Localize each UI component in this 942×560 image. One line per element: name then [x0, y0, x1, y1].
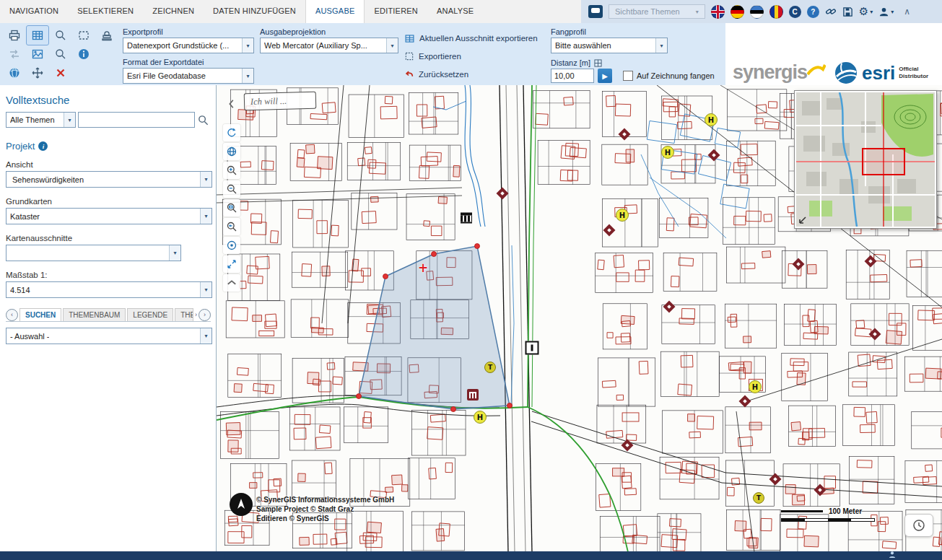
print-button[interactable] [4, 26, 25, 45]
language-flag-romanian-icon[interactable] [769, 5, 783, 19]
info-icon [77, 48, 90, 61]
overview-map[interactable] [794, 90, 937, 229]
esri-globe-icon [834, 61, 858, 85]
full-extent-icon [226, 258, 237, 270]
zoom-window-button[interactable] [223, 199, 240, 216]
overview-expand-button[interactable] [798, 215, 808, 225]
stamp-button[interactable] [96, 26, 118, 45]
export-actions-group: Aktuellen Ausschnitt exportieren Exporti… [404, 23, 549, 92]
export-extent-button[interactable]: Aktuellen Ausschnitt exportieren [404, 30, 549, 46]
language-flag-estonian-icon[interactable] [750, 5, 764, 19]
language-flag-english-icon[interactable] [711, 5, 725, 19]
full-extent-button[interactable] [223, 255, 240, 273]
chat-icon[interactable] [588, 5, 603, 18]
chevron-down-icon: ▾ [242, 69, 253, 83]
link-button[interactable] [825, 6, 837, 17]
kartenausschnitte-select[interactable]: ▾ [6, 245, 181, 261]
map-marker-t[interactable]: T [753, 492, 764, 504]
exportprofil-select[interactable]: Datenexport Grundstücke (... ▾ [123, 38, 254, 53]
menu-tab-zeichnen[interactable]: ZEICHNEN [143, 0, 204, 23]
status-bar [0, 551, 942, 560]
ansicht-select[interactable]: Sehenswürdigkeiten ▾ [6, 171, 212, 188]
close-tool-button[interactable] [50, 64, 71, 82]
save-button[interactable] [842, 6, 853, 17]
pan-button[interactable] [27, 64, 48, 82]
map-canvas[interactable]: HHHTHHT+ [217, 85, 942, 551]
map-marker-h[interactable]: H [474, 411, 487, 424]
map-marker-m[interactable] [461, 213, 472, 224]
ich-will-box[interactable] [244, 92, 317, 111]
map-marker-t[interactable]: T [484, 362, 496, 373]
visible-themes-dropdown[interactable]: Sichtbare Themen ▾ [609, 4, 705, 19]
info-button[interactable] [73, 45, 95, 64]
ich-will-input[interactable] [249, 94, 311, 108]
language-flag-german-icon[interactable] [731, 5, 744, 19]
snap-checkbox-row[interactable]: Auf Zeichnung fangen [623, 71, 715, 81]
clock-icon [912, 519, 925, 532]
fangprofil-group: Fangprofil Bitte auswählen ▾ Distanz [m]… [551, 23, 725, 85]
map-copyright: © SynerGIS Informationssysteme GmbH Samp… [256, 495, 394, 523]
link-icon [825, 6, 837, 17]
map-marker-c[interactable]: + [418, 261, 428, 275]
fangprofil-select[interactable]: Bitte auswählen ▾ [551, 38, 668, 53]
menu-tab-ausgabe[interactable]: AUSGABE [305, 0, 365, 23]
share-button[interactable] [4, 45, 25, 64]
tab-overflow-icon[interactable]: › [195, 311, 197, 318]
panel-collapse-button[interactable] [223, 95, 240, 113]
map-marker-h[interactable]: H [616, 209, 629, 222]
tab-suchen[interactable]: SUCHEN [19, 308, 61, 321]
map-image-button[interactable] [27, 45, 48, 64]
tab-legende[interactable]: LEGENDE [127, 308, 173, 321]
snap-checkbox[interactable] [623, 71, 633, 81]
north-arrow-icon [230, 493, 253, 516]
grundkarten-select[interactable]: Kataster ▾ [6, 208, 212, 224]
auswahl-select[interactable]: - Auswahl - ▾ [6, 328, 212, 344]
user-status-icon[interactable] [888, 551, 897, 560]
user-menu-button[interactable]: ▾ [878, 6, 894, 17]
format-select[interactable]: Esri File Geodatabase ▾ [123, 68, 254, 84]
map-marker-g[interactable] [525, 341, 539, 355]
menu-tab-analyse[interactable]: ANALYSE [427, 0, 483, 23]
search-input[interactable] [78, 112, 195, 128]
collapse-tools-button[interactable] [223, 274, 240, 292]
settings-button[interactable]: ⚙ ▾ [859, 5, 873, 18]
massstab-select[interactable]: 4.514 ▾ [6, 281, 212, 298]
distanz-input[interactable] [551, 69, 594, 83]
info-icon[interactable]: i [38, 141, 48, 151]
reset-button[interactable]: Zurücksetzen [404, 66, 549, 82]
zoom-button[interactable] [50, 26, 71, 45]
projektion-select[interactable]: Web Mercator (Auxiliary Sp... ▾ [260, 38, 398, 53]
center-map-button[interactable] [223, 237, 240, 254]
search-theme-select[interactable]: Alle Themen ▾ [6, 112, 76, 128]
zoom-previous-button[interactable] [223, 218, 240, 235]
zoom-in-button[interactable] [223, 162, 240, 179]
select-area-button[interactable] [73, 26, 95, 45]
export-table-button[interactable] [27, 26, 48, 45]
apply-distance-button[interactable]: ▶ [598, 69, 612, 83]
menu-tab-selektieren[interactable]: SELEKTIEREN [68, 0, 143, 23]
map-marker-md[interactable] [467, 389, 479, 401]
chevron-down-icon: ▾ [386, 38, 398, 53]
map-marker-h[interactable]: H [705, 113, 718, 126]
menu-tab-editieren[interactable]: EDITIEREN [365, 0, 427, 23]
help-icon[interactable]: ? [807, 6, 819, 18]
collapse-ribbon-button[interactable]: ∧ [904, 6, 910, 17]
menu-tab-daten-hinzufuegen[interactable]: DATEN HINZUFÜGEN [204, 0, 305, 23]
search-button[interactable] [197, 114, 209, 126]
globe-3d-button[interactable] [4, 64, 25, 82]
globe-overview-button[interactable] [223, 143, 240, 160]
tab-themenbaum[interactable]: THEMENBAUM [63, 308, 126, 321]
zoom-secondary-button[interactable] [50, 45, 71, 64]
tab-scroll-left-button[interactable]: ‹ [6, 309, 18, 321]
menu-tab-navigation[interactable]: NAVIGATION [0, 0, 68, 23]
projektion-label: Ausgabeprojektion [260, 27, 397, 36]
history-button[interactable] [904, 514, 933, 537]
zoom-out-button[interactable] [223, 180, 240, 198]
refresh-map-button[interactable] [223, 124, 240, 141]
brand-circle-icon[interactable]: C [789, 6, 801, 18]
tab-themen[interactable]: THEM [175, 308, 193, 321]
map-marker-h[interactable]: H [661, 146, 674, 159]
map-marker-h[interactable]: H [749, 380, 762, 393]
tab-scroll-right-button[interactable]: › [199, 309, 211, 321]
export-button[interactable]: Exportieren [404, 48, 549, 64]
